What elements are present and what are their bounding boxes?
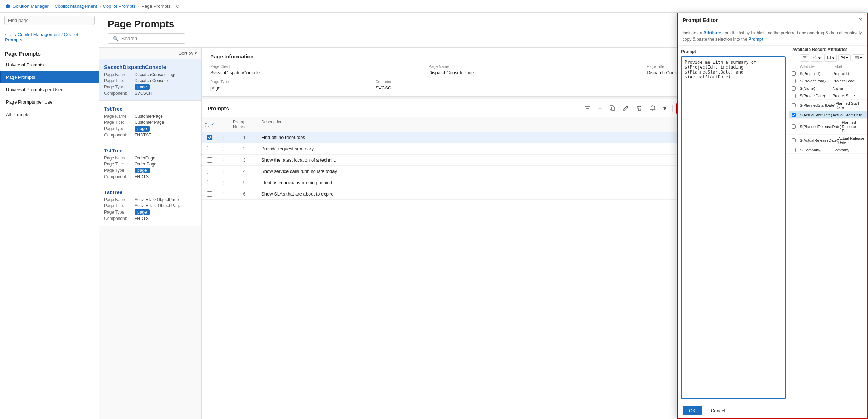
selected-count: (1) bbox=[205, 122, 209, 127]
attr-value-name: $(Name) bbox=[800, 86, 833, 91]
cancel-button[interactable]: Cancel bbox=[706, 406, 730, 415]
label-col-header: Label bbox=[833, 64, 865, 69]
attr-label-project-state: Project State bbox=[833, 94, 865, 98]
filter-button[interactable] bbox=[582, 104, 593, 112]
modal-header: Prompt Editor × bbox=[678, 13, 867, 27]
back-arrow-icon: ‹ bbox=[5, 32, 6, 37]
breadcrumb-solution-manager[interactable]: Solution Manager bbox=[13, 4, 49, 9]
page-name-label-detail: Page Name bbox=[429, 64, 641, 69]
add-button[interactable]: + bbox=[596, 103, 605, 114]
attr-value-planned-start: $(PlannedStartDate) bbox=[800, 103, 835, 107]
sidebar-item-page-prompts-per-user[interactable]: Page Prompts per User bbox=[0, 96, 99, 108]
attr-row-planned-start[interactable]: $(PlannedStartDate) Planned Start Date bbox=[789, 100, 867, 111]
row-checkbox-2[interactable] bbox=[207, 146, 212, 151]
sort-bar[interactable]: Sort by ▾ bbox=[99, 48, 201, 59]
attr-row-company[interactable]: $(Company) Company bbox=[789, 146, 867, 154]
page-type-badge: page bbox=[135, 84, 150, 90]
row-menu-1[interactable]: ⋮ bbox=[217, 135, 230, 140]
row-menu-6[interactable]: ⋮ bbox=[217, 191, 230, 197]
sidebar-back-label: ... / Copilot Management / Copilot Promp… bbox=[5, 32, 78, 42]
prompt-highlight: Prompt bbox=[748, 37, 763, 42]
row-num-5: 5 bbox=[230, 180, 258, 185]
sidebar-item-universal-prompts[interactable]: Universal Prompts bbox=[0, 59, 99, 71]
delete-button[interactable] bbox=[634, 104, 645, 112]
attr-check-name[interactable] bbox=[792, 86, 796, 91]
attributes-toolbar: ▾ ▾ 24 ▾ ▾ bbox=[789, 53, 867, 63]
svg-rect-8 bbox=[855, 58, 858, 59]
sidebar-back-button[interactable]: ‹ ... / Copilot Management / Copilot Pro… bbox=[0, 28, 99, 46]
search-input[interactable] bbox=[121, 36, 175, 41]
attr-check-planned-start[interactable] bbox=[792, 103, 796, 107]
attr-check-actual-start[interactable] bbox=[792, 113, 796, 117]
header-menu bbox=[217, 120, 230, 129]
breadcrumb-copilot-management[interactable]: Copilot Management bbox=[55, 4, 97, 9]
attr-row-project-id[interactable]: $(ProjectId) Project Id bbox=[789, 70, 867, 77]
list-item-title-order: TstTree bbox=[104, 147, 196, 153]
list-panel: Sort by ▾ SvcschDispatchConsole Page Nam… bbox=[99, 48, 202, 419]
refresh-icon[interactable]: ↻ bbox=[176, 4, 180, 9]
row-checkbox-4[interactable] bbox=[207, 169, 212, 174]
sidebar-item-universal-prompts-per-user[interactable]: Universal Prompts per User bbox=[0, 83, 99, 96]
prompt-textarea[interactable] bbox=[681, 56, 786, 399]
attr-label-planned-release: Planned Release Da... bbox=[841, 120, 865, 133]
list-item-tsttree-activity[interactable]: TstTree Page Name: ActivityTaskObjectPag… bbox=[99, 184, 201, 226]
attr-check-project-id[interactable] bbox=[792, 71, 796, 76]
prompt-label: Prompt bbox=[681, 49, 786, 54]
find-page-input[interactable] bbox=[4, 16, 95, 25]
attr-filter-button[interactable] bbox=[800, 54, 809, 62]
attr-export-button[interactable]: ▾ bbox=[824, 54, 837, 62]
component-label: Component: bbox=[104, 91, 132, 96]
row-checkbox-1[interactable] bbox=[207, 135, 212, 140]
duplicate-button[interactable] bbox=[607, 104, 618, 112]
attr-value-actual-release: $(ActualReleaseDate) bbox=[800, 138, 838, 142]
attr-value-planned-release: $(PlannedReleaseDate) bbox=[800, 124, 841, 129]
add-icon: + bbox=[598, 105, 602, 112]
attr-count-button[interactable]: 24 ▾ bbox=[838, 54, 851, 61]
row-num-6: 6 bbox=[230, 191, 258, 197]
row-checkbox-6[interactable] bbox=[207, 191, 212, 197]
attr-check-actual-release[interactable] bbox=[792, 138, 796, 142]
checkmark-icon: ✓ bbox=[211, 122, 215, 127]
page-type-value-detail: page bbox=[210, 85, 370, 91]
attr-list-button[interactable]: ▾ bbox=[852, 54, 864, 61]
list-item-svcsch[interactable]: SvcschDispatchConsole Page Name: Dispatc… bbox=[99, 59, 201, 101]
modal-close-button[interactable]: × bbox=[858, 16, 862, 24]
sidebar-item-all-prompts[interactable]: All Prompts bbox=[0, 108, 99, 121]
attr-check-planned-release[interactable] bbox=[792, 124, 796, 129]
attr-check-company[interactable] bbox=[792, 148, 796, 152]
more-down-button[interactable]: ▾ bbox=[661, 104, 669, 113]
row-num-4: 4 bbox=[230, 169, 258, 174]
attr-value-actual-start: $(ActualStartDate) bbox=[800, 113, 833, 117]
attr-label-actual-start: Actual Start Date bbox=[833, 113, 865, 117]
breadcrumb-copilot-prompts[interactable]: Copilot Prompts bbox=[103, 4, 136, 9]
attr-row-actual-start[interactable]: $(ActualStartDate) Actual Start Date bbox=[789, 111, 867, 119]
ok-button[interactable]: OK bbox=[683, 406, 702, 415]
attr-row-name[interactable]: $(Name) Name bbox=[789, 85, 867, 92]
attr-row-actual-release[interactable]: $(ActualReleaseDate) Actual Release Date bbox=[789, 135, 867, 146]
attr-settings-button[interactable]: ▾ bbox=[811, 54, 823, 62]
row-menu-3[interactable]: ⋮ bbox=[217, 157, 230, 163]
bell-button[interactable] bbox=[647, 104, 658, 112]
row-checkbox-3[interactable] bbox=[207, 157, 212, 163]
attr-row-project-lead[interactable]: $(ProjectLead) Project Lead bbox=[789, 77, 867, 85]
attr-label-name: Name bbox=[833, 86, 865, 91]
top-bar: Solution Manager › Copilot Management › … bbox=[0, 0, 868, 13]
sidebar-item-page-prompts[interactable]: Page Prompts bbox=[0, 71, 99, 83]
attr-row-planned-release[interactable]: $(PlannedReleaseDate) Planned Release Da… bbox=[789, 119, 867, 135]
row-checkbox-5[interactable] bbox=[207, 180, 212, 185]
header-select-all[interactable]: (1) ✓ bbox=[202, 120, 217, 129]
attr-row-project-state[interactable]: $(ProjectDate) Project State bbox=[789, 92, 867, 100]
attr-check-project-state[interactable] bbox=[792, 94, 796, 98]
sidebar-nav: Universal Prompts Page Prompts Universal… bbox=[0, 59, 99, 121]
page-client-item: Page Client SvcschDispatchConsole bbox=[210, 64, 423, 75]
row-menu-5[interactable]: ⋮ bbox=[217, 180, 230, 185]
list-item-tsttree-customer[interactable]: TstTree Page Name: CustomerPage Page Tit… bbox=[99, 101, 201, 142]
edit-button[interactable] bbox=[621, 104, 631, 112]
row-menu-4[interactable]: ⋮ bbox=[217, 169, 230, 174]
row-menu-2[interactable]: ⋮ bbox=[217, 146, 230, 151]
attr-value-project-id: $(ProjectId) bbox=[800, 71, 833, 76]
attr-check-project-lead[interactable] bbox=[792, 79, 796, 83]
list-item-tsttree-order[interactable]: TstTree Page Name: OrderPage Page Title:… bbox=[99, 142, 201, 184]
page-type-label: Page Type: bbox=[104, 85, 132, 89]
page-name-label: Page Name: bbox=[104, 72, 132, 77]
